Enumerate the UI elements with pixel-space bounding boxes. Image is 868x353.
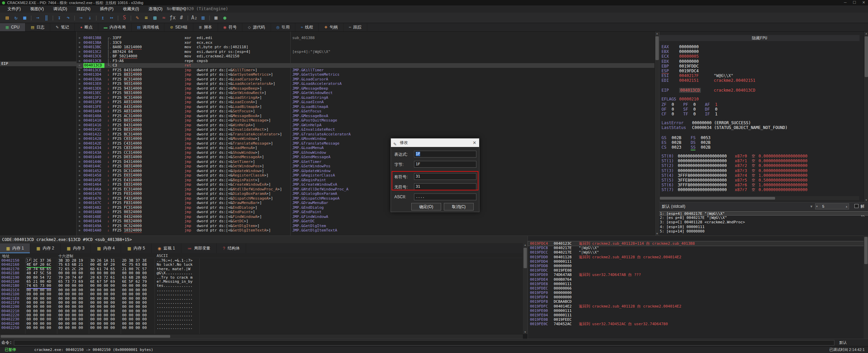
breakpoint-dot[interactable]: ● [79, 105, 80, 109]
dump-row[interactable]: 00402180 40 47 5C 58 00 00 00 00 00 00 0… [0, 271, 523, 275]
stack-row[interactable]: 0019FDDC 0019FE08 [528, 268, 864, 273]
segment-cell[interactable]: FS 0053 [691, 135, 720, 140]
argument-row[interactable]: 3:[esp+C] 00401128 <crackme2.WndProc> [659, 220, 868, 224]
st-register-row[interactable]: ST(0) 00000000000000000000 x87r0 空 0.000… [659, 154, 863, 159]
disasm-row[interactable]: ● 0040146A ↓ FF25 EC314000 jmpdword ptr … [77, 187, 654, 192]
menu-item[interactable]: 调试(D) [48, 5, 72, 13]
toolbar-icon[interactable]: ▨ [151, 15, 159, 21]
breakpoint-dot[interactable]: ● [79, 63, 80, 68]
argument-row[interactable]: 5:[esp+14] 00000000 [659, 229, 868, 234]
stack-row[interactable]: 0019FDE4 000B0764 [528, 277, 864, 282]
disasm-row[interactable]: ● 0040142E ↓ FF25 C4314000 jmpdword ptr … [77, 141, 654, 146]
disasm-row[interactable]: ● 004013BA │. 33C9 xorecx,ecx [77, 40, 654, 45]
register-row[interactable]: EBP 0019FDDC [659, 64, 863, 69]
toolbar-icon[interactable]: ⇓ [85, 15, 94, 21]
disasm-row[interactable]: ● 00401464 ↓ FF25 E8314000 jmpdword ptr … [77, 182, 654, 187]
breakpoint-dot[interactable]: ● [79, 50, 80, 54]
breakpoint-dot[interactable]: ● [79, 109, 80, 114]
disasm-row[interactable]: ● 004013C2 │. 8B7424 04 movesi,dword ptr… [77, 50, 654, 54]
menu-item[interactable]: 选项(O) [144, 5, 167, 13]
dump-scrollbar[interactable]: ▲ ▼ [523, 243, 528, 334]
toolbar-icon[interactable]: | [186, 15, 190, 20]
stack-row[interactable]: 0019FDD8 00000000 [528, 264, 864, 268]
toolbar-icon[interactable]: ≡ [142, 15, 151, 21]
unlock-checkbox[interactable] [854, 204, 859, 208]
stack-row[interactable]: 0019FDC8 0040217E "|W@G\\X" [528, 246, 864, 250]
toolbar-icon[interactable]: # [177, 15, 186, 21]
register-row[interactable]: EAX 00000000 [659, 44, 863, 49]
toolbar-icon[interactable]: ↥ [98, 15, 107, 21]
disasm-row[interactable]: ● 00401458 ↓ FF25 E0314000 jmpdword ptr … [77, 173, 654, 178]
argument-row[interactable]: 2:[es p+8] 0040217E "|W@G\\X" [659, 216, 868, 220]
chevron-up-icon[interactable]: ▴ [846, 204, 847, 209]
disasm-row[interactable]: ● 004013DA ↓ FF25 8C314000 jmpdword ptr … [77, 77, 654, 82]
dump-tab[interactable]: ▦ 内存 5 [121, 243, 151, 253]
breakpoint-dot[interactable]: ● [79, 72, 80, 77]
dump-hscrollbar[interactable] [0, 334, 523, 339]
hide-fpu-button[interactable]: 隐藏FPU [659, 35, 860, 41]
disasm-row[interactable]: ● 00401488 ↓ FF25 00324000 jmpdword ptr … [77, 210, 654, 215]
calling-convention-header[interactable]: 默认 (stdcall) ▾ ▾ 5 ▴ 解锁 [659, 202, 868, 210]
breakpoint-dot[interactable]: ● [79, 228, 80, 233]
flag-cell[interactable]: AF 1 [705, 102, 727, 107]
main-tab[interactable]: ◉ 符号 [218, 23, 243, 31]
disasm-row[interactable]: ● 004013EC ↓ FF25 98314000 jmpdword ptr … [77, 91, 654, 95]
toolbar-icon[interactable]: A₂ [190, 15, 199, 21]
flag-cell[interactable]: OF 0 [662, 107, 683, 112]
close-button[interactable]: ✕ [862, 0, 865, 5]
register-row[interactable]: EIP 004013CD crackme2.004013CD [659, 88, 863, 93]
unsigned-field[interactable]: 31 [414, 183, 476, 190]
toolbar-icon[interactable]: ƒx [168, 15, 177, 21]
main-tab[interactable]: ✎ 笔记 [50, 23, 75, 31]
argument-count-spinner[interactable]: ▾ 5 ▴ [815, 203, 849, 209]
flag-cell[interactable]: SF 0 [683, 107, 705, 112]
breakpoint-dot[interactable]: ● [79, 164, 80, 169]
stack-row[interactable]: 0019FDC4 0040123C 返回到 crackme2.sub_40112… [528, 241, 864, 246]
breakpoint-dot[interactable]: ● [79, 81, 80, 86]
breakpoint-dot[interactable]: ● [79, 169, 80, 173]
toolbar-icon[interactable]: ↻ [12, 15, 20, 21]
argument-row[interactable]: 4:[esp+10] 00000111 [659, 225, 868, 229]
toolbar-icon[interactable]: | [116, 15, 120, 20]
signed-field[interactable]: 31 [414, 173, 476, 180]
breakpoint-dot[interactable]: ● [79, 77, 80, 82]
command-default-dropdown[interactable]: 默认 [836, 340, 849, 346]
dialog-titlebar[interactable]: ✎ 修改 ✕ [391, 138, 479, 147]
disasm-row[interactable]: ● 0040149A ↓ FF25 0C324000 jmpdword ptr … [77, 224, 654, 228]
disasm-row[interactable]: ● 00401422 ↓ FF25 BC314000 jmpdword ptr … [77, 132, 654, 137]
breakpoint-dot[interactable]: ● [79, 178, 80, 183]
cancel-button[interactable]: 取消(C) [444, 203, 474, 210]
toolbar-icon[interactable]: ↧ [55, 15, 64, 21]
menu-item[interactable]: 跟踪(N) [72, 5, 95, 13]
st-register-row[interactable]: ST(4) 3FFF8000000000000000 x87r4 空 1.000… [659, 173, 863, 178]
main-tab[interactable]: ⊘ SEH链 [164, 23, 193, 31]
segment-cell[interactable]: DS 002B [691, 140, 720, 145]
dump-row[interactable]: 00402230 00 00 00 00 00 00 00 00 00 00 0… [0, 317, 523, 321]
main-tab[interactable]: ◎ 引用 [271, 23, 296, 31]
stack-row[interactable]: 0019FDF0 00000000 [528, 291, 864, 295]
stack-row[interactable]: 0019FDF8 DCBAABCD [528, 299, 864, 304]
breakpoint-dot[interactable]: ● [79, 54, 80, 59]
stack-row[interactable]: 0019FDEC 00000066 [528, 286, 864, 291]
toolbar-icon[interactable]: ≈ [159, 15, 168, 21]
register-row[interactable]: EDX 00000000 [659, 59, 863, 64]
disassembly-panel[interactable]: EIP − ● 004013B8 ┌. 33FF xoredi,edi sub_… [0, 32, 654, 236]
toolbar-icon[interactable]: | [129, 15, 133, 20]
main-tab[interactable]: ▤ 日志 [25, 23, 50, 31]
menu-item[interactable]: 文件(F) [3, 5, 25, 13]
breakpoint-dot[interactable]: ● [79, 123, 80, 128]
toolbar-icon[interactable]: | [73, 15, 77, 20]
stack-row[interactable]: 0019FDD0 00401128 返回到 crackme2.sub_40112… [528, 255, 864, 259]
disasm-row[interactable]: ● 0040140A ↓ FF25 AC314000 jmpdword ptr … [77, 114, 654, 118]
disasm-row[interactable]: ● 0040147C ↓ FF25 F8314000 jmpdword ptr … [77, 201, 654, 205]
disasm-row[interactable]: ● 00401416 ↓ FF25 B4314000 jmpdword ptr … [77, 123, 654, 128]
main-tab[interactable]: ▦ CPU [0, 23, 25, 31]
disasm-row[interactable]: ● 004013E6 ↓ FF25 94314000 jmpdword ptr … [77, 86, 654, 91]
menu-item[interactable]: 视图(V) [25, 5, 48, 13]
breakpoint-dot[interactable]: ● [79, 45, 80, 50]
segment-cell[interactable]: GS 002B [662, 135, 691, 140]
stack-panel[interactable]: 0019FDC4 0040123C 返回到 crackme2.sub_40112… [528, 236, 864, 339]
register-row[interactable]: EDI 00402151 crackme2.00402151 [659, 78, 863, 83]
toolbar-icon[interactable]: | [29, 15, 33, 20]
breakpoint-dot[interactable]: ● [79, 196, 80, 201]
